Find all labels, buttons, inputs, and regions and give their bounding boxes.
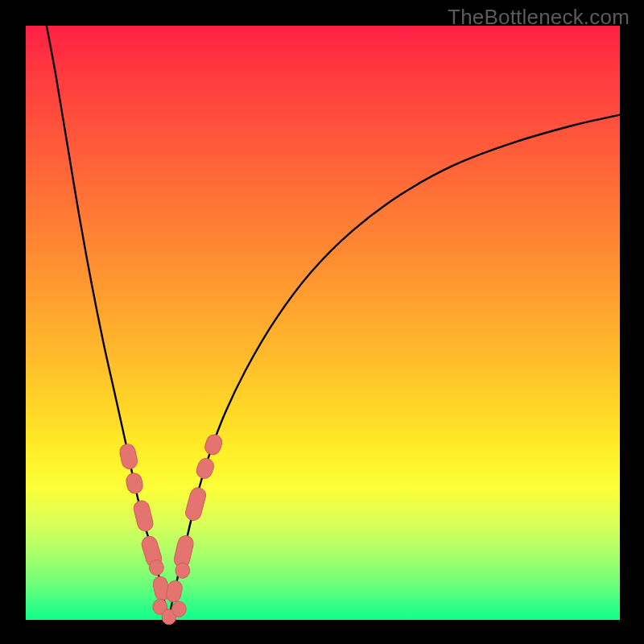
bead-marker	[195, 456, 216, 481]
bead-marker	[203, 432, 224, 456]
bead-group	[118, 432, 224, 625]
bead-marker	[172, 601, 187, 617]
bead-marker	[118, 443, 138, 470]
bead-marker	[150, 559, 164, 575]
curve-right-branch	[168, 115, 620, 620]
bead-marker	[165, 580, 184, 604]
bead-marker	[132, 499, 155, 533]
curve-left-branch	[47, 26, 168, 620]
bead-marker	[125, 472, 144, 495]
plot-area	[26, 26, 620, 620]
bead-marker	[184, 486, 207, 522]
bead-marker	[175, 563, 190, 578]
curve-layer	[26, 26, 620, 620]
chart-frame: TheBottleneck.com	[0, 0, 644, 644]
